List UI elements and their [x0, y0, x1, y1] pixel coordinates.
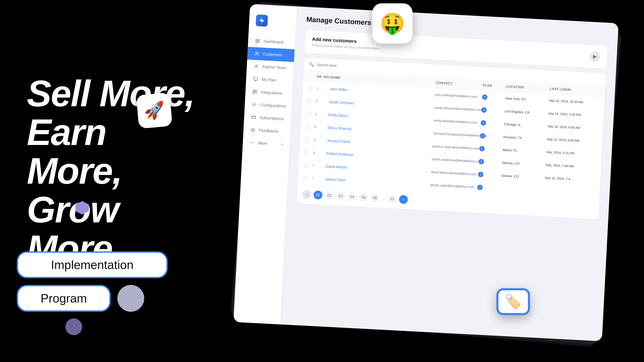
page-06-button[interactable]: 06 — [370, 193, 380, 203]
plan-info-1[interactable]: i — [481, 107, 505, 114]
customer-email-0: john.miller@emaildemo.com — [435, 93, 482, 99]
svg-marker-12 — [251, 128, 255, 132]
svg-rect-9 — [253, 92, 255, 94]
plan-info-0[interactable]: i — [482, 94, 506, 101]
sidebar-item-integrations[interactable]: Integrations — [245, 85, 293, 100]
sidebar-item-feedbacks[interactable]: Feedbacks — [243, 123, 291, 138]
prev-page-button[interactable]: ‹ — [302, 190, 311, 199]
row-checkbox-0[interactable] — [308, 86, 316, 90]
customer-location-1: Los Angeles, CA — [505, 109, 548, 115]
search-input[interactable] — [317, 62, 384, 70]
customer-name-3[interactable]: Dhruv Sharma — [328, 125, 433, 135]
customer-email-4: jessica.carter@emaildemo.com — [432, 144, 480, 150]
label-emoji-badge: 🏷️ — [496, 288, 530, 315]
sidebar-item-customers[interactable]: Customers — [247, 47, 295, 62]
row-num-7: 7. — [312, 176, 325, 181]
circle-button[interactable] — [118, 285, 144, 312]
col-name-header: Name — [330, 75, 436, 85]
plan-info-5[interactable]: i — [478, 159, 502, 165]
sidebar-item-dashboard[interactable]: Dashboard — [248, 34, 295, 49]
customer-location-5: Denver, CO — [502, 161, 546, 167]
customer-lastlogin-3: Sep 12, 2024, 8:50 AM — [547, 137, 598, 144]
row-num-6: 7. — [312, 163, 326, 168]
svg-rect-11 — [252, 116, 256, 119]
customers-table: 🔍 Sr. No. Name Contact Plan Location Las… — [297, 58, 606, 219]
feedbacks-icon — [250, 127, 256, 133]
customer-lastlogin-4: Sep, 2024, 5:15 PM — [546, 150, 597, 157]
add-customer-button[interactable]: ▶ — [590, 51, 600, 62]
plan-info-7[interactable]: i — [477, 185, 501, 191]
row-checkbox-2[interactable] — [306, 112, 315, 116]
configurations-icon — [252, 102, 257, 107]
customer-lastlogin-2: Sep 16, 2024, 9:00 AM — [548, 124, 598, 131]
customer-lastlogin-0: Sep 15, 2024, 10:30 AM — [549, 99, 600, 105]
row-checkbox-7[interactable] — [303, 176, 312, 181]
hexagon-decoration — [76, 201, 89, 215]
customer-name-1[interactable]: Sarah Johnson — [329, 100, 434, 110]
col-checkbox-header — [308, 74, 317, 79]
row-checkbox-6[interactable] — [304, 163, 312, 168]
svg-point-5 — [256, 65, 257, 66]
page-05-button[interactable]: 05 — [359, 193, 368, 202]
svg-rect-6 — [254, 77, 258, 80]
row-num-1: 2. — [316, 99, 329, 104]
customer-name-2[interactable]: Emily Davis — [328, 113, 434, 122]
customer-email-3: michael.thompson@emaildemo.com — [433, 131, 480, 138]
customer-location-6: Denver, CO — [501, 174, 545, 180]
sidebar-item-partner-team[interactable]: Partner Team — [246, 59, 294, 75]
plan-info-2[interactable]: i — [480, 120, 504, 127]
next-page-button[interactable]: › — [399, 195, 408, 204]
svg-rect-0 — [256, 39, 257, 40]
main-content: Manage Customers Add new customers Ensur… — [280, 6, 618, 341]
svg-point-4 — [256, 52, 257, 53]
row-num-3: 4. — [314, 125, 328, 130]
row-checkbox-5[interactable] — [304, 150, 313, 155]
program-pill[interactable]: Program — [17, 285, 111, 312]
more-icon — [250, 140, 255, 146]
customer-lastlogin-5: Sep, 2024, 7:40 AM — [546, 163, 596, 169]
page-03-button[interactable]: 03 — [336, 192, 346, 201]
customer-email-5: robert.anderson@emaildemo.com — [432, 157, 479, 163]
small-circle-decoration — [66, 319, 82, 335]
plan-info-4[interactable]: i — [479, 146, 503, 152]
page-04-button[interactable]: 04 — [348, 192, 357, 201]
customer-email-2: emily.davis@emaildemo.com — [434, 118, 481, 125]
app-window: Dashboard Customers Partner Team — [234, 4, 618, 341]
sidebar-item-subscriptions[interactable]: Subscriptions — [244, 110, 291, 125]
plan-info-3[interactable]: i — [480, 133, 504, 140]
page-01-button[interactable]: 01 — [314, 190, 323, 200]
row-checkbox-3[interactable] — [306, 124, 314, 129]
sidebar-item-more[interactable]: More ▾ — [242, 136, 290, 151]
customer-email-6: david.wilson@emaildemo.com — [431, 170, 478, 176]
customer-name-6[interactable]: David Wilson — [325, 164, 431, 174]
plan-info-6[interactable]: i — [478, 172, 502, 178]
row-num-0: 1. — [316, 86, 330, 91]
customers-icon — [254, 51, 260, 56]
sidebar-item-my-plan[interactable]: My Plan — [246, 72, 293, 87]
customer-name-4[interactable]: Jessica Carter — [327, 138, 432, 148]
page-10-button[interactable]: 10 — [388, 194, 397, 203]
hero-title: Sell More, Earn More, Grow More — [27, 74, 208, 268]
my-plan-icon — [253, 76, 258, 82]
integrations-icon — [252, 89, 258, 95]
implementation-pill[interactable]: Implementation — [17, 251, 168, 278]
customer-email-1: sarah.johnson@emaildemo.com — [434, 106, 482, 112]
sidebar-item-configurations[interactable]: Configurations — [244, 98, 292, 113]
customer-location-7 — [501, 188, 544, 191]
customer-name-5[interactable]: Robert Anderson — [326, 151, 432, 161]
row-num-5: 6. — [313, 151, 326, 156]
more-chevron-icon: ▾ — [281, 142, 283, 146]
row-checkbox-4[interactable] — [305, 137, 314, 142]
row-checkbox-1[interactable] — [307, 99, 316, 103]
customer-location-0: New York, NY — [505, 96, 549, 103]
partner-team-icon — [254, 63, 259, 69]
col-location-header: Location — [506, 84, 550, 91]
row-num-2: 3. — [315, 112, 328, 117]
customer-lastlogin-7 — [544, 191, 594, 193]
page-02-button[interactable]: 02 — [325, 191, 334, 200]
customer-name-0[interactable]: John Miller — [330, 87, 435, 97]
row-num-4: 5. — [314, 138, 327, 143]
money-emoji-badge: 🤑 — [372, 3, 412, 43]
svg-point-10 — [254, 104, 255, 105]
customer-name-7[interactable]: James Clark — [325, 177, 430, 187]
